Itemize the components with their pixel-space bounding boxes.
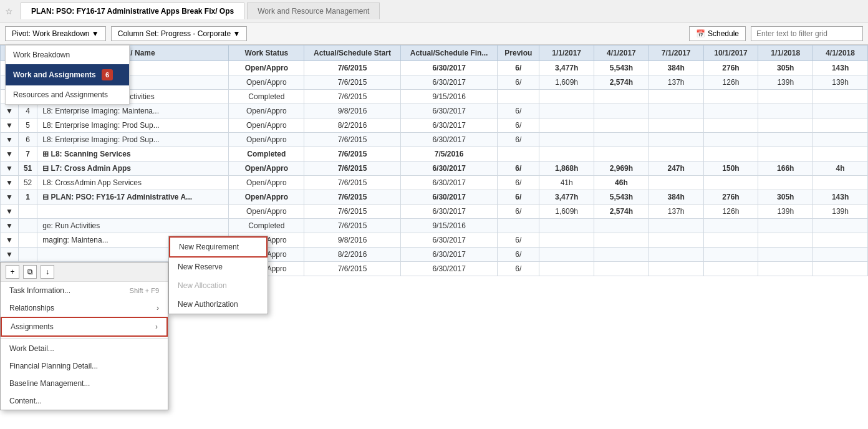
row-h3	[649, 176, 703, 190]
row-num: 52	[18, 176, 37, 190]
col-start-header: Actual/Schedule Start	[304, 46, 401, 61]
table-row[interactable]: ▼ 7 ⊞ L8: Scanning Services Completed 7/…	[1, 147, 868, 161]
table-row[interactable]: ▼ maging: Maintena... Open/Appro 9/8/201…	[1, 233, 868, 248]
row-h5	[758, 147, 813, 161]
row-status: Completed	[229, 219, 304, 233]
row-h6	[813, 176, 868, 190]
table-row[interactable]: ▼ Open/Appro 8/2/2016 6/30/2017 6/	[1, 248, 868, 262]
row-finish: 6/30/2017	[400, 118, 497, 133]
table-row[interactable]: ▼ 6 L8: Enterprise Imaging: Prod Sup... …	[1, 133, 868, 147]
filter-input[interactable]	[751, 26, 863, 41]
row-prev: 6/	[498, 176, 539, 190]
sub-new-requirement[interactable]: New Requirement	[169, 236, 268, 258]
row-chevron[interactable]: ▼	[1, 190, 19, 205]
sub-new-reserve[interactable]: New Reserve	[169, 258, 268, 276]
row-status: Completed	[229, 147, 304, 161]
pivot-button[interactable]: Pivot: Work Breakdown ▼	[5, 26, 106, 41]
row-name	[37, 205, 229, 219]
row-h4: 126h	[703, 75, 758, 90]
table-row[interactable]: ▼ 5 L8: Enterprise Imaging: Prod Sup... …	[1, 118, 868, 133]
table-row[interactable]: ▼ Open/Appro 7/6/2015 6/30/2017 6/ 1,609…	[1, 205, 868, 219]
row-h2	[594, 147, 649, 161]
ctx-down-btn[interactable]: ↓	[41, 265, 54, 276]
row-num	[18, 248, 37, 262]
row-name: L8: Enterprise Imaging: Maintena...	[37, 104, 229, 118]
row-h4	[703, 262, 758, 276]
row-h5	[758, 248, 813, 262]
row-chevron[interactable]: ▼	[1, 233, 19, 248]
row-h2	[594, 90, 649, 104]
row-finish: 7/5/2016	[400, 147, 497, 161]
row-h5	[758, 133, 813, 147]
pivot-item-work-breakdown[interactable]: Work Breakdown	[6, 46, 129, 64]
row-h1	[539, 248, 594, 262]
row-chevron[interactable]: ▼	[1, 248, 19, 262]
calendar-icon: 📅	[696, 29, 705, 38]
row-status: Open/Appro	[229, 205, 304, 219]
ctx-copy-btn[interactable]: ⧉	[23, 265, 37, 276]
row-chevron[interactable]: ▼	[1, 176, 19, 190]
row-h4: 276h	[703, 190, 758, 205]
row-h5: 305h	[758, 190, 813, 205]
row-chevron[interactable]: ▼	[1, 104, 19, 118]
col-7-1-2017-header: 7/1/2017	[649, 46, 703, 61]
row-prev	[498, 219, 539, 233]
table-row[interactable]: ▼ 52 L8: CrossAdmin App Services Open/Ap…	[1, 176, 868, 190]
row-chevron[interactable]: ▼	[1, 133, 19, 147]
row-name: L8: CrossAdmin App Services	[37, 176, 229, 190]
row-h3: 247h	[649, 161, 703, 176]
main-area: WBS / Name Work Status Actual/Schedule S…	[0, 45, 868, 276]
pivot-item-work-assignments[interactable]: Work and Assignments 6	[6, 64, 129, 85]
row-prev: 6/	[498, 61, 539, 75]
wkres-tab[interactable]: Work and Resource Management	[247, 2, 380, 19]
col-status-header: Work Status	[229, 46, 304, 61]
table-row[interactable]: ▼ 16-17 Administrative A... Open/Appro 7…	[1, 61, 868, 75]
pivot-dropdown: Work Breakdown Work and Assignments 6 Re…	[5, 45, 130, 105]
row-h6: 139h	[813, 75, 868, 90]
table-row[interactable]: ▼ 3 L8: Digital Signage: Run Activities …	[1, 90, 868, 104]
row-h1: 41h	[539, 176, 594, 190]
row-chevron[interactable]: ▼	[1, 219, 19, 233]
row-prev: 6/	[498, 262, 539, 276]
row-h5: 139h	[758, 75, 813, 90]
row-start: 7/6/2015	[304, 75, 401, 90]
plan-tab[interactable]: PLAN: PSO: FY16-17 Administrative Apps B…	[21, 2, 244, 19]
pivot-item-resources-assignments[interactable]: Resources and Assignments	[6, 85, 129, 104]
row-h3	[649, 104, 703, 118]
row-h3: 137h	[649, 75, 703, 90]
row-num: 5	[18, 118, 37, 133]
context-menu: + ⧉ ↓ Task Information... Shift + F9 Rel…	[0, 262, 168, 276]
row-name: ⊟ PLAN: PSO: FY16-17 Administrative A...	[37, 190, 229, 205]
row-status: Open/Appro	[229, 118, 304, 133]
row-status: Open/Appro	[229, 190, 304, 205]
row-h4	[703, 104, 758, 118]
row-h2: 46h	[594, 176, 649, 190]
row-finish: 6/30/2017	[400, 233, 497, 248]
col-4-1-2018-header: 4/1/2018	[813, 46, 868, 61]
table-row[interactable]: ▼ 1 ⊟ PLAN: PSO: FY16-17 Administrative …	[1, 190, 868, 205]
table-row[interactable]: ▼ ge: Run Activities Completed 7/6/2015 …	[1, 219, 868, 233]
row-h3	[649, 133, 703, 147]
col-fin-header: Actual/Schedule Fin...	[400, 46, 497, 61]
table-row[interactable]: ▼ Open/Appro 7/6/2015 6/30/2017 6/ 1,609…	[1, 75, 868, 90]
ctx-add-btn[interactable]: +	[6, 265, 19, 276]
colset-button[interactable]: Column Set: Progress - Corporate ▼	[111, 26, 248, 41]
table-row[interactable]: ▼ 51 ⊟ L7: Cross Admin Apps Open/Appro 7…	[1, 161, 868, 176]
row-start: 8/2/2016	[304, 118, 401, 133]
row-h1: 1,609h	[539, 75, 594, 90]
schedule-button[interactable]: 📅 Schedule	[689, 26, 746, 41]
row-chevron[interactable]: ▼	[1, 205, 19, 219]
row-h2	[594, 233, 649, 248]
row-h5: 166h	[758, 161, 813, 176]
row-status: Open/Appro	[229, 61, 304, 75]
row-h2: 5,543h	[594, 190, 649, 205]
row-chevron[interactable]: ▼	[1, 147, 19, 161]
row-chevron[interactable]: ▼	[1, 161, 19, 176]
grid-table: WBS / Name Work Status Actual/Schedule S…	[0, 45, 868, 276]
row-status: Open/Appro	[229, 75, 304, 90]
row-num: 4	[18, 104, 37, 118]
table-row[interactable]: ▼ 4 L8: Enterprise Imaging: Maintena... …	[1, 104, 868, 118]
row-finish: 6/30/2017	[400, 75, 497, 90]
row-chevron[interactable]: ▼	[1, 118, 19, 133]
row-h1	[539, 147, 594, 161]
